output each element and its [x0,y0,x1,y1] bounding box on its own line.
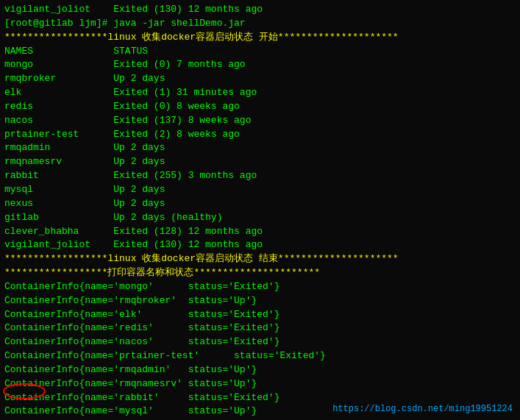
terminal-line: vigilant_joliot Exited (130) 12 months a… [4,238,516,252]
terminal-line: prtainer-test Exited (2) 8 weeks ago [4,128,516,142]
terminal-line: nacos Exited (137) 8 weeks ago [4,114,516,128]
terminal-line: rabbit Exited (255) 3 months ago [4,169,516,183]
watermark: https://blog.csdn.net/ming19951224 [332,404,513,414]
terminal-line: ContainerInfo{name='prtainer-test' statu… [4,349,516,363]
terminal-line: ContainerInfo{name='rabbit' status='Exit… [4,391,516,405]
terminal-line: ContainerInfo{name='rmqnamesrv' status='… [4,377,516,391]
terminal-line: ContainerInfo{name='mongo' status='Exite… [4,280,516,294]
terminal-line: ******************打印容器名称和状态*************… [4,266,516,280]
terminal-line: redis Exited (0) 8 weeks ago [4,100,516,114]
terminal-line: rmqnamesrv Up 2 days [4,155,516,169]
terminal-line: [root@gitlab ljm]# java -jar shellDemo.j… [4,17,516,31]
terminal-line: nexus Up 2 days [4,197,516,211]
terminal-line: ContainerInfo{name='rmqbroker' status='U… [4,294,516,308]
terminal-line: vigilant_joliot Exited (130) 12 months a… [4,3,516,17]
terminal-line: ******************linux 收集docker容器启动状态 开… [4,31,516,45]
terminal-line: ******************linux 收集docker容器启动状态 结… [4,252,516,266]
terminal-output: vigilant_joliot Exited (130) 12 months a… [4,3,516,420]
terminal-line: ContainerInfo{name='nacos' status='Exite… [4,335,516,349]
terminal-line: clever_bhabha Exited (128) 12 months ago [4,225,516,239]
terminal-line: ContainerInfo{name='rmqadmin' status='Up… [4,363,516,377]
terminal-line: NAMES STATUS [4,45,516,59]
terminal-line: mysql Up 2 days [4,183,516,197]
terminal-line: ContainerInfo{name='elk' status='Exited'… [4,308,516,322]
terminal-line: rmqadmin Up 2 days [4,141,516,155]
terminal-line: elk Exited (1) 31 minutes ago [4,86,516,100]
terminal-line: ContainerInfo{name='redis' status='Exite… [4,321,516,335]
terminal-window: vigilant_joliot Exited (130) 12 months a… [0,0,520,420]
terminal-line: rmqbroker Up 2 days [4,72,516,86]
terminal-line: gitlab Up 2 days (healthy) [4,211,516,225]
terminal-line: mongo Exited (0) 7 months ago [4,58,516,72]
